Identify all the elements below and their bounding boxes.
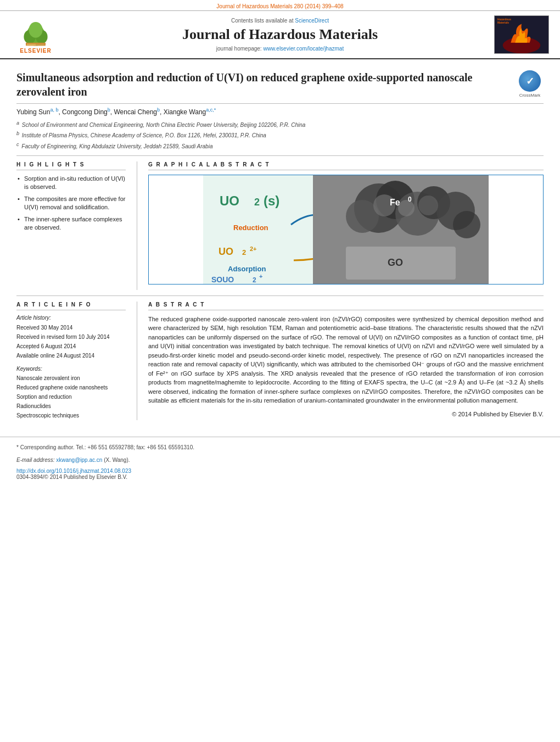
- highlights-list: Sorption and in-situ reduction of U(VI) …: [16, 175, 126, 232]
- crossmark-label: CrossMark: [519, 93, 541, 98]
- journal-homepage-link[interactable]: www.elsevier.com/locate/jhazmat: [263, 46, 344, 52]
- doi-link[interactable]: http://dx.doi.org/10.1016/j.jhazmat.2014…: [16, 468, 131, 474]
- graphical-abstract-image: UO 2 (s) Reduction UO 2 2+ Adsorption: [148, 175, 544, 284]
- article-history-label: Article history:: [16, 315, 126, 321]
- svg-text:+: +: [259, 273, 262, 280]
- keywords-section: Keywords: Nanoscale zerovalent iron Redu…: [16, 366, 126, 420]
- copyright-line: © 2014 Published by Elsevier B.V.: [148, 411, 544, 417]
- available-date: Available online 24 August 2014: [16, 351, 126, 360]
- svg-text:Fe: Fe: [390, 198, 400, 207]
- svg-text:0: 0: [408, 196, 412, 203]
- journal-header-center: Contents lists available at ScienceDirec…: [66, 18, 494, 51]
- journal-cover-image: Hazardous Materials: [494, 15, 549, 54]
- keyword-2: Reduced graphene oxide nanosheets: [16, 383, 126, 392]
- footer-section: * Corresponding author. Tel.: +86 551 65…: [0, 437, 560, 486]
- article-info-column: A R T I C L E I N F O Article history: R…: [16, 302, 137, 420]
- svg-text:2: 2: [253, 276, 256, 284]
- svg-text:Materials: Materials: [497, 21, 509, 24]
- sciencedirect-link[interactable]: ScienceDirect: [295, 18, 329, 24]
- graphical-abstract-svg: UO 2 (s) Reduction UO 2 2+ Adsorption: [149, 175, 543, 284]
- received-date: Received 30 May 2014: [16, 323, 126, 332]
- footer-email-link[interactable]: xkwang@ipp.ac.cn: [56, 457, 102, 463]
- article-title-section: Simultaneous adsorption and reduction of…: [16, 65, 544, 104]
- cover-art-icon: Hazardous Materials: [495, 15, 548, 54]
- highlights-graphical-section: H I G H L I G H T S Sorption and in-situ…: [16, 156, 544, 290]
- abstract-text: The reduced graphene oxide-supported nan…: [148, 315, 544, 405]
- affiliation-c: c Faculty of Engineering, King Abdulaziz…: [16, 141, 544, 151]
- highlights-column: H I G H L I G H T S Sorption and in-situ…: [16, 161, 137, 290]
- highlights-heading: H I G H L I G H T S: [16, 161, 126, 170]
- accepted-date: Accepted 6 August 2014: [16, 342, 126, 351]
- keywords-list: Nanoscale zerovalent iron Reduced graphe…: [16, 373, 126, 420]
- received-revised-date: Received in revised form 10 July 2014: [16, 332, 126, 342]
- journal-title: Journal of Hazardous Materials: [66, 26, 494, 43]
- email-label: E-mail address:: [16, 457, 54, 463]
- affiliation-b: b Institute of Plasma Physics, Chinese A…: [16, 130, 544, 140]
- footer-corresponding: * Corresponding author. Tel.: +86 551 65…: [16, 443, 544, 452]
- keyword-5: Spectroscopic techniques: [16, 411, 126, 420]
- svg-point-34: [398, 200, 415, 216]
- authors-line: Yubing Suna, b, Congcong Dingb, Wencai C…: [16, 104, 544, 118]
- keywords-label: Keywords:: [16, 366, 126, 372]
- svg-point-4: [29, 22, 42, 38]
- affiliation-a: a School of Environment and Chemical Eng…: [16, 119, 544, 130]
- svg-text:(s): (s): [264, 193, 279, 208]
- journal-header: ELSEVIER Contents lists available at Sci…: [0, 10, 560, 59]
- elsevier-label: ELSEVIER: [20, 48, 51, 54]
- svg-rect-7: [36, 44, 44, 46]
- crossmark-badge[interactable]: ✓ CrossMark: [516, 70, 544, 98]
- footer-email: E-mail address: xkwang@ipp.ac.cn (X. Wan…: [16, 455, 544, 465]
- svg-point-35: [418, 196, 438, 215]
- keyword-4: Radionuclides: [16, 401, 126, 411]
- svg-text:2: 2: [242, 248, 246, 256]
- contents-list-text: Contents lists available at ScienceDirec…: [66, 18, 494, 24]
- highlight-item-1: Sorption and in-situ reduction of U(VI) …: [16, 175, 126, 192]
- elsevier-logo: ELSEVIER: [5, 15, 66, 54]
- journal-cover-art: Hazardous Materials: [495, 16, 548, 53]
- crossmark-icon: ✓: [519, 70, 541, 92]
- footer-doi-line: http://dx.doi.org/10.1016/j.jhazmat.2014…: [16, 468, 544, 474]
- svg-text:Adsorption: Adsorption: [228, 265, 266, 273]
- journal-top-citation: Journal of Hazardous Materials 280 (2014…: [0, 0, 560, 10]
- keyword-3: Sorption and reduction: [16, 392, 126, 401]
- top-citation-text: Journal of Hazardous Materials 280 (2014…: [216, 3, 343, 9]
- page-wrapper: Journal of Hazardous Materials 280 (2014…: [0, 0, 560, 486]
- abstract-heading: A B S T R A C T: [148, 302, 544, 310]
- graphical-abstract-column: G R A P H I C A L A B S T R A C T UO 2: [137, 161, 544, 290]
- article-info-abstract-section: A R T I C L E I N F O Article history: R…: [16, 295, 544, 420]
- article-history-items: Received 30 May 2014 Received in revised…: [16, 323, 126, 360]
- main-content: Simultaneous adsorption and reduction of…: [0, 59, 560, 426]
- svg-point-32: [453, 211, 480, 238]
- keyword-1: Nanoscale zerovalent iron: [16, 373, 126, 383]
- highlight-item-3: The inner-sphere surface complexes are o…: [16, 215, 126, 232]
- highlight-item-2: The composites are more effective for U(…: [16, 195, 126, 212]
- graphical-abstract-heading: G R A P H I C A L A B S T R A C T: [148, 161, 544, 170]
- svg-text:Reduction: Reduction: [233, 224, 268, 232]
- corresponding-note: * Corresponding author. Tel.: +86 551 65…: [16, 444, 194, 450]
- affiliations: a School of Environment and Chemical Eng…: [16, 118, 544, 156]
- svg-text:Hazardous: Hazardous: [497, 18, 511, 21]
- elsevier-tree-icon: [14, 22, 58, 47]
- svg-rect-6: [27, 44, 36, 46]
- svg-text:GO: GO: [388, 257, 403, 268]
- svg-text:2: 2: [254, 197, 260, 208]
- journal-homepage: journal homepage: www.elsevier.com/locat…: [66, 46, 494, 52]
- article-title: Simultaneous adsorption and reduction of…: [16, 70, 516, 99]
- svg-text:2+: 2+: [250, 246, 257, 252]
- svg-text:UO: UO: [220, 193, 239, 208]
- footer-issn: 0304-3894/© 2014 Published by Elsevier B…: [16, 474, 544, 480]
- email-person: (X. Wang).: [104, 457, 130, 463]
- article-info-heading: A R T I C L E I N F O: [16, 302, 126, 310]
- abstract-column: A B S T R A C T The reduced graphene oxi…: [137, 302, 544, 420]
- svg-text:UO: UO: [219, 246, 233, 257]
- svg-text:SOUO: SOUO: [211, 275, 234, 284]
